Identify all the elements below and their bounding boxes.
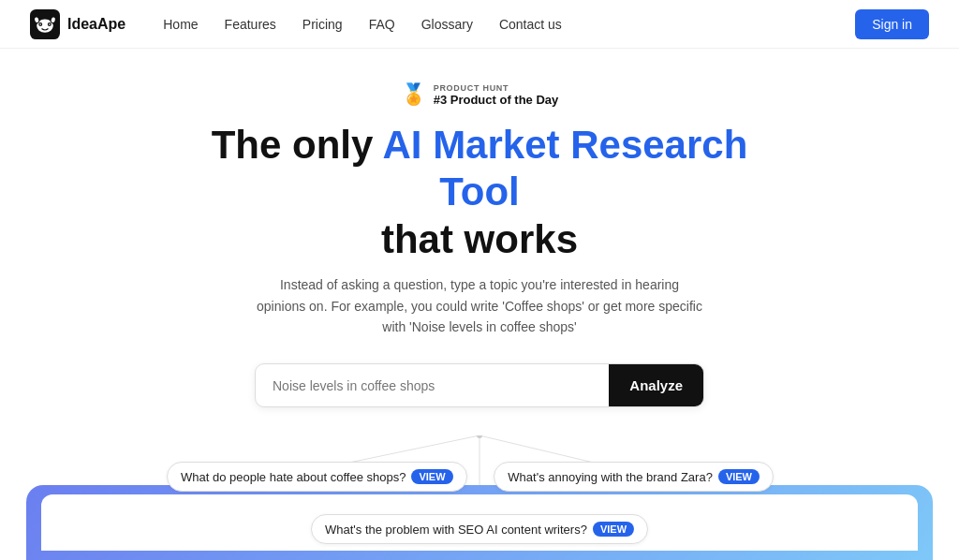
hero-section: 🏅 PRODUCT HUNT #3 Product of the Day The…	[0, 49, 959, 560]
hero-heading-highlight-text: AI Market Research Tool	[382, 123, 747, 214]
search-bar: Analyze	[255, 363, 704, 407]
chip-coffee[interactable]: What do people hate about coffee shops? …	[167, 462, 467, 492]
hero-heading-end: that works	[381, 217, 578, 261]
medal-icon: 🏅	[401, 82, 426, 107]
hero-subtext: Instead of asking a question, type a top…	[255, 274, 704, 337]
product-hunt-badge: 🏅 PRODUCT HUNT #3 Product of the Day	[401, 82, 559, 107]
svg-point-15	[477, 435, 482, 438]
hero-heading-normal: The only	[212, 123, 383, 167]
navbar: IdeaApe Home Features Pricing FAQ Glossa…	[0, 0, 959, 49]
search-input[interactable]	[256, 365, 609, 406]
svg-point-5	[49, 23, 51, 25]
nav-features[interactable]: Features	[225, 17, 276, 32]
hero-heading: The only AI Market Research Tool that wo…	[180, 122, 779, 263]
chip-seo-text: What's the problem with SEO AI content w…	[325, 523, 587, 537]
chip-seo-view[interactable]: VIEW	[593, 522, 634, 537]
ph-label: PRODUCT HUNT	[434, 83, 559, 93]
svg-point-4	[39, 23, 41, 25]
nav-links: Home Features Pricing FAQ Glossary Conta…	[163, 17, 855, 32]
nav-glossary[interactable]: Glossary	[421, 17, 473, 32]
nav-faq[interactable]: FAQ	[369, 17, 395, 32]
nav-pricing[interactable]: Pricing	[302, 17, 343, 32]
logo-text: IdeaApe	[67, 16, 125, 33]
ph-title: #3 Product of the Day	[434, 93, 559, 107]
logo-icon	[30, 9, 60, 39]
chip-zara-view[interactable]: VIEW	[718, 469, 760, 484]
chip-zara-text: What's annoying with the brand Zara?	[508, 470, 713, 484]
signin-button[interactable]: Sign in	[855, 9, 929, 39]
chip-coffee-view[interactable]: VIEW	[411, 469, 452, 484]
nav-contact[interactable]: Contact us	[499, 17, 562, 32]
chip-seo[interactable]: What's the problem with SEO AI content w…	[311, 514, 648, 544]
chip-coffee-text: What do people hate about coffee shops?	[181, 470, 406, 484]
chip-zara[interactable]: What's annoying with the brand Zara? VIE…	[494, 462, 774, 492]
analyze-button[interactable]: Analyze	[609, 364, 703, 406]
nav-home[interactable]: Home	[163, 17, 198, 32]
logo[interactable]: IdeaApe	[30, 9, 125, 39]
